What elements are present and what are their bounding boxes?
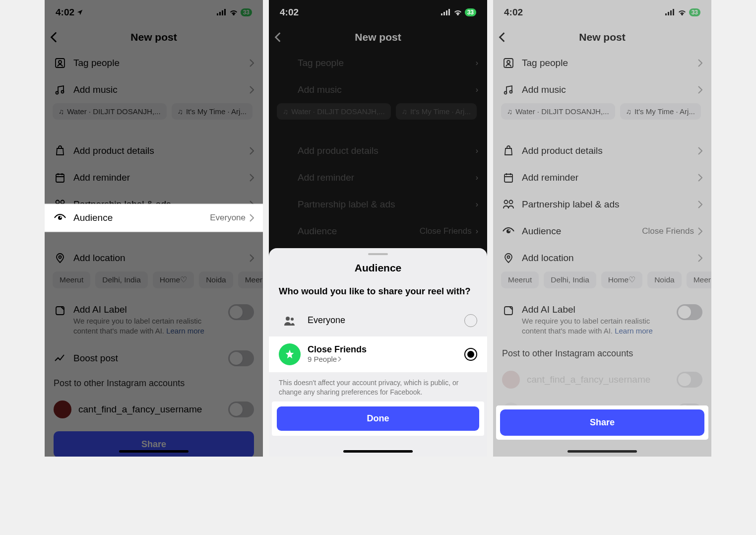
back-button[interactable]	[274, 32, 282, 43]
option-label: Everyone	[308, 315, 464, 326]
svg-point-14	[60, 216, 62, 218]
done-button-highlight: Done	[273, 402, 483, 435]
radio-unselected[interactable]	[464, 314, 477, 327]
option-sublabel[interactable]: 9 People	[308, 355, 341, 363]
share-button-highlight: Share	[497, 406, 707, 439]
chevron-right-icon	[250, 214, 254, 222]
wifi-icon	[453, 9, 462, 16]
sheet-grabber[interactable]	[368, 253, 388, 255]
svg-rect-18	[448, 9, 450, 15]
sheet-footnote: This doesn't affect your account privacy…	[269, 371, 487, 402]
audience-option-everyone[interactable]: Everyone	[269, 304, 487, 337]
dim-overlay	[493, 0, 711, 457]
eye-icon	[54, 211, 66, 224]
cellular-icon	[441, 9, 451, 16]
row-label: Audience	[73, 212, 210, 223]
svg-point-19	[286, 317, 290, 321]
sheet-question: Who would you like to share your reel wi…	[269, 286, 487, 304]
screen-1-audience-row: 4:02 33 New post Tag people Add music ♫ …	[45, 0, 263, 457]
audience-option-close-friends[interactable]: Close Friends 9 People	[269, 337, 487, 371]
people-icon	[279, 310, 301, 332]
audience-sheet: Audience Who would you like to share you…	[269, 248, 487, 457]
status-bar: 4:02 33	[269, 0, 487, 25]
sheet-title: Audience	[269, 262, 487, 274]
done-button[interactable]: Done	[277, 406, 479, 431]
close-friends-star-icon	[279, 343, 301, 365]
svg-rect-15	[441, 13, 442, 15]
svg-point-20	[291, 318, 294, 321]
option-label: Close Friends	[308, 344, 464, 355]
audience-row[interactable]: Audience Everyone	[45, 204, 263, 231]
svg-rect-16	[443, 12, 445, 15]
page-title: New post	[277, 31, 479, 43]
share-button[interactable]: Share	[500, 409, 704, 436]
svg-point-13	[58, 216, 62, 220]
audience-value: Everyone	[210, 213, 246, 223]
home-indicator[interactable]	[343, 450, 413, 453]
radio-selected[interactable]	[464, 348, 477, 361]
screen-3-share: 4:02 33 New post Tag people Add music ♫ …	[493, 0, 711, 457]
screen-2-audience-sheet: 4:02 33 New post Tag people› Add music› …	[269, 0, 487, 457]
battery-badge: 33	[465, 8, 476, 16]
svg-rect-17	[446, 10, 447, 15]
